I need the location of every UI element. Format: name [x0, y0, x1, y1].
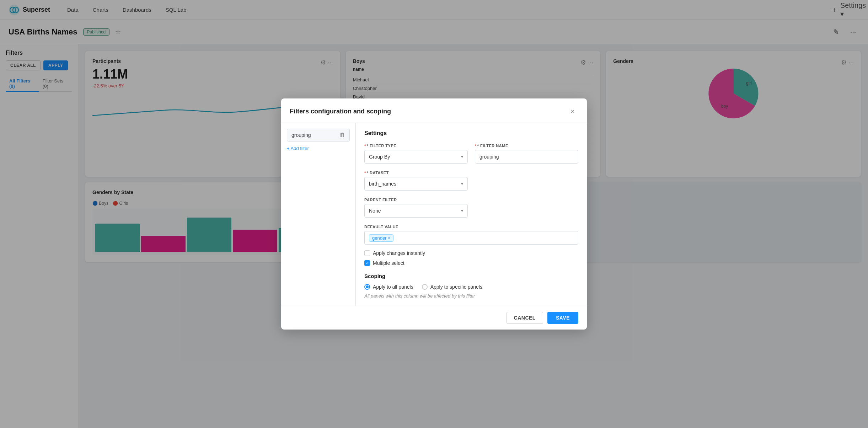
- scoping-hint: All panels with this column will be affe…: [364, 293, 578, 299]
- modal-body: grouping 🗑 + Add filter Settings ** FILT…: [281, 123, 587, 306]
- filter-name-group: ** FILTER NAME: [475, 144, 578, 164]
- gender-tag-label: gender: [372, 235, 386, 241]
- apply-specific-panels-option[interactable]: Apply to specific panels: [422, 284, 482, 290]
- parent-filter-select[interactable]: None ▾: [364, 204, 468, 218]
- apply-instantly-checkbox[interactable]: [364, 250, 370, 256]
- filter-config-modal: Filters configuration and scoping × grou…: [281, 98, 587, 330]
- cancel-button[interactable]: CANCEL: [507, 312, 543, 324]
- filter-delete-button[interactable]: 🗑: [339, 132, 345, 138]
- filter-name-input[interactable]: [475, 150, 578, 164]
- multiple-select-checkbox[interactable]: [364, 260, 370, 266]
- default-value-tag-input[interactable]: gender ×: [364, 231, 578, 245]
- multiple-select-row: Multiple select: [364, 260, 578, 266]
- dataset-chevron-icon: ▾: [461, 181, 463, 186]
- gender-tag-close-icon[interactable]: ×: [388, 236, 390, 240]
- filter-type-chevron-icon: ▾: [461, 154, 463, 159]
- modal-header: Filters configuration and scoping ×: [281, 98, 587, 123]
- scoping-radio-row: Apply to all panels Apply to specific pa…: [364, 284, 578, 290]
- apply-instantly-label: Apply changes instantly: [373, 250, 425, 256]
- modal-filter-list: grouping 🗑 + Add filter: [281, 123, 356, 306]
- filter-item-label: grouping: [291, 132, 339, 138]
- filter-type-group: ** FILTER TYPE Group By ▾: [364, 144, 468, 164]
- parent-filter-value: None: [369, 208, 381, 214]
- modal-close-button[interactable]: ×: [567, 106, 578, 117]
- filter-name-label: ** FILTER NAME: [475, 144, 578, 148]
- modal-footer: CANCEL SAVE: [281, 306, 587, 330]
- dataset-label: ** DATASET: [364, 171, 468, 175]
- dataset-group: ** DATASET birth_names ▾: [364, 171, 468, 191]
- apply-all-panels-radio[interactable]: [364, 284, 370, 290]
- default-value-group: DEFAULT VALUE gender ×: [364, 225, 578, 245]
- modal-settings-panel: Settings ** FILTER TYPE Group By ▾: [356, 123, 587, 306]
- form-row-dataset: ** DATASET birth_names ▾: [364, 171, 578, 191]
- filter-type-select[interactable]: Group By ▾: [364, 150, 468, 164]
- default-value-label: DEFAULT VALUE: [364, 225, 578, 229]
- filter-type-label: ** FILTER TYPE: [364, 144, 468, 148]
- apply-all-panels-label: Apply to all panels: [373, 284, 413, 290]
- add-filter-button[interactable]: + Add filter: [287, 144, 350, 153]
- modal-title: Filters configuration and scoping: [290, 108, 391, 115]
- multiple-select-label: Multiple select: [373, 260, 404, 266]
- parent-filter-chevron-icon: ▾: [461, 208, 463, 213]
- apply-specific-panels-label: Apply to specific panels: [430, 284, 482, 290]
- scoping-section: Scoping Apply to all panels Apply to spe…: [364, 273, 578, 299]
- settings-title: Settings: [364, 130, 578, 137]
- modal-overlay[interactable]: Filters configuration and scoping × grou…: [0, 0, 868, 428]
- filter-list-item-grouping[interactable]: grouping 🗑: [287, 129, 350, 141]
- dataset-value: birth_names: [369, 181, 396, 187]
- dataset-select[interactable]: birth_names ▾: [364, 177, 468, 191]
- apply-specific-panels-radio[interactable]: [422, 284, 428, 290]
- form-row-type-name: ** FILTER TYPE Group By ▾ ** FILTER NAME: [364, 144, 578, 164]
- save-button[interactable]: SAVE: [547, 312, 578, 324]
- apply-instantly-row: Apply changes instantly: [364, 250, 578, 256]
- form-row-parent: PARENT FILTER None ▾: [364, 198, 578, 218]
- parent-filter-label: PARENT FILTER: [364, 198, 468, 202]
- scoping-title: Scoping: [364, 273, 578, 279]
- apply-all-panels-option[interactable]: Apply to all panels: [364, 284, 413, 290]
- parent-filter-group: PARENT FILTER None ▾: [364, 198, 468, 218]
- filter-type-value: Group By: [369, 154, 390, 160]
- gender-tag[interactable]: gender ×: [369, 234, 393, 242]
